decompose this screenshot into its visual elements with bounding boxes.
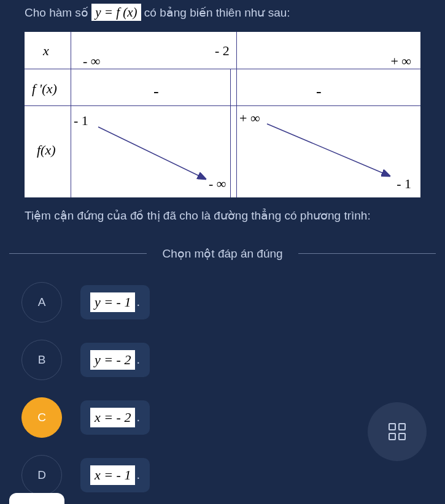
option-formula-d: x = - 1 <box>90 465 135 485</box>
option-formula-wrap: y = - 2. <box>80 343 150 377</box>
option-formula-wrap: y = - 1. <box>80 285 150 319</box>
options-list: A y = - 1. B y = - 2. C x = - 2. D x = -… <box>9 282 436 495</box>
grid-icon <box>389 423 406 440</box>
option-letter-a[interactable]: A <box>21 282 62 323</box>
option-formula-a: y = - 1 <box>90 292 135 312</box>
option-formula-wrap: x = - 1. <box>80 458 150 492</box>
grid-menu-button[interactable] <box>368 402 427 461</box>
bottom-tab <box>9 493 64 504</box>
svg-line-2 <box>267 124 390 176</box>
question-prompt: Cho hàm số y = f (x) có bảng biến thiên … <box>9 0 436 26</box>
option-b[interactable]: B y = - 2. <box>21 340 436 380</box>
variation-table: x - ∞ - 2 + ∞ f '(x) - - f(x) - 1 - ∞ + … <box>25 32 420 197</box>
divider-text: Chọn một đáp án đúng <box>147 246 298 261</box>
option-formula-c: x = - 2 <box>90 408 135 427</box>
question-suffix: có bảng biến thiên như sau: <box>144 6 290 19</box>
option-formula-b: y = - 2 <box>90 350 135 370</box>
option-a[interactable]: A y = - 1. <box>21 282 436 323</box>
svg-line-1 <box>98 127 206 179</box>
question-after: Tiệm cận đứng của đồ thị đã cho là đường… <box>9 204 436 228</box>
option-letter-b[interactable]: B <box>21 340 62 380</box>
option-d[interactable]: D x = - 1. <box>21 455 436 495</box>
option-letter-d[interactable]: D <box>21 455 62 495</box>
question-formula: y = f (x) <box>91 4 141 21</box>
option-formula-wrap: x = - 2. <box>80 400 150 435</box>
option-letter-c[interactable]: C <box>21 397 62 438</box>
answer-divider: Chọn một đáp án đúng <box>9 246 436 261</box>
vt-arrows <box>25 32 420 197</box>
question-prefix: Cho hàm số <box>25 6 91 19</box>
